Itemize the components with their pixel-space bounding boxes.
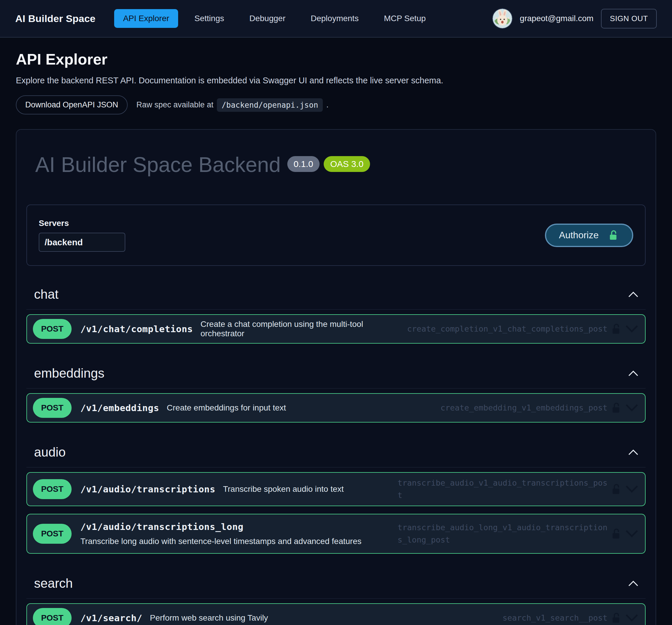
chevron-down-icon[interactable]	[624, 613, 639, 623]
operation-path: /v1/audio/transcriptions_long	[80, 522, 244, 532]
nav-items: API Explorer Settings Debugger Deploymen…	[114, 9, 484, 28]
servers-block: Servers /backend	[39, 219, 125, 252]
brand-logo: AI Builder Space	[15, 13, 95, 24]
raw-spec-text: Raw spec available at /backend/openapi.j…	[137, 98, 329, 112]
operation-summary: Create embeddings for input text	[167, 403, 286, 413]
section-name: embeddings	[34, 366, 104, 381]
operation-path: /v1/search/	[80, 613, 142, 623]
operation-row-audio-transcriptions-long[interactable]: POST /v1/audio/transcriptions_long Trans…	[26, 514, 646, 554]
oas-badge: OAS 3.0	[324, 156, 370, 172]
page-subtitle: Explore the backend REST API. Documentat…	[16, 76, 656, 86]
nav-tab-debugger[interactable]: Debugger	[241, 9, 294, 28]
chevron-down-icon[interactable]	[624, 403, 639, 413]
servers-label: Servers	[39, 219, 125, 228]
chevron-down-icon[interactable]	[624, 484, 639, 494]
user-email: grapeot@gmail.com	[520, 14, 593, 23]
operation-summary: Create a chat completion using the multi…	[200, 319, 407, 338]
operation-id: transcribe_audio_v1_audio_transcriptions…	[398, 477, 607, 502]
operation-id: search_v1_search__post	[502, 612, 607, 624]
section-audio-header[interactable]: audio	[26, 443, 646, 461]
nav-tab-settings[interactable]: Settings	[186, 9, 233, 28]
top-navbar: AI Builder Space API Explorer Settings D…	[0, 0, 672, 38]
chevron-up-icon[interactable]	[627, 290, 639, 298]
nav-tab-api-explorer[interactable]: API Explorer	[114, 9, 178, 28]
section-name: search	[34, 576, 73, 591]
operation-path: /v1/chat/completions	[80, 323, 193, 334]
scheme-container: Servers /backend Authorize	[26, 205, 646, 266]
swagger-ui-panel: AI Builder Space Backend 0.1.0 OAS 3.0 S…	[16, 129, 656, 625]
operation-id: transcribe_audio_long_v1_audio_transcrip…	[398, 522, 607, 546]
section-divider	[26, 309, 646, 310]
operation-path: /v1/audio/transcriptions	[80, 484, 215, 495]
bunny-avatar-image	[493, 9, 512, 28]
section-divider	[26, 467, 646, 467]
spec-row: Download OpenAPI JSON Raw spec available…	[16, 95, 656, 115]
operation-row-embeddings[interactable]: POST /v1/embeddings Create embeddings fo…	[26, 393, 646, 423]
lock-icon[interactable]	[609, 527, 623, 540]
lock-icon[interactable]	[609, 611, 623, 625]
raw-spec-label: Raw spec available at	[137, 100, 214, 110]
operation-summary: Perform web search using Tavily	[150, 613, 268, 623]
page-title: API Explorer	[16, 50, 656, 68]
download-openapi-button[interactable]: Download OpenAPI JSON	[16, 95, 128, 115]
sign-out-button[interactable]: SIGN OUT	[601, 9, 657, 28]
raw-spec-path: /backend/openapi.json	[217, 98, 323, 112]
method-badge: POST	[33, 398, 72, 418]
method-badge: POST	[33, 319, 72, 339]
unlock-icon	[607, 230, 619, 241]
operation-summary: Transcribe spoken audio into text	[223, 484, 344, 494]
api-badges: 0.1.0 OAS 3.0	[287, 156, 370, 172]
chevron-up-icon[interactable]	[627, 369, 639, 377]
operation-row-search[interactable]: POST /v1/search/ Perform web search usin…	[26, 603, 646, 625]
section-name: chat	[34, 287, 58, 302]
avatar	[493, 9, 512, 28]
section-divider	[26, 388, 646, 388]
api-title: AI Builder Space Backend	[35, 153, 281, 176]
section-divider	[26, 598, 646, 599]
section-search-header[interactable]: search	[26, 574, 646, 593]
raw-spec-period: .	[326, 100, 329, 110]
server-select[interactable]: /backend	[39, 233, 125, 252]
method-badge: POST	[33, 479, 72, 499]
section-chat-header[interactable]: chat	[26, 285, 646, 304]
authorize-label: Authorize	[559, 230, 599, 241]
main-content: API Explorer Explore the backend REST AP…	[0, 38, 672, 625]
chevron-down-icon[interactable]	[624, 529, 639, 538]
section-embeddings: embeddings POST /v1/embeddings Create em…	[26, 364, 646, 423]
lock-icon[interactable]	[609, 322, 623, 336]
api-sections: chat POST /v1/chat/completions Create a …	[25, 285, 647, 625]
operation-row-chat-completions[interactable]: POST /v1/chat/completions Create a chat …	[26, 314, 646, 344]
operation-row-audio-transcriptions[interactable]: POST /v1/audio/transcriptions Transcribe…	[26, 472, 646, 506]
navbar-right: grapeot@gmail.com SIGN OUT	[493, 9, 657, 28]
operation-path: /v1/embeddings	[80, 403, 159, 413]
operation-id: create_completion_v1_chat_completions_po…	[407, 323, 607, 335]
operation-summary: Transcribe long audio with sentence-leve…	[80, 537, 362, 546]
nav-tab-mcp-setup[interactable]: MCP Setup	[375, 9, 435, 28]
nav-tab-deployments[interactable]: Deployments	[302, 9, 367, 28]
section-audio: audio POST /v1/audio/transcriptions Tran…	[26, 443, 646, 554]
chevron-up-icon[interactable]	[627, 579, 639, 587]
api-info: AI Builder Space Backend 0.1.0 OAS 3.0	[25, 153, 647, 176]
authorize-button[interactable]: Authorize	[545, 223, 633, 247]
operation-id: create_embedding_v1_embeddings_post	[440, 402, 607, 414]
section-embeddings-header[interactable]: embeddings	[26, 364, 646, 382]
chevron-up-icon[interactable]	[627, 448, 639, 456]
version-badge: 0.1.0	[287, 156, 320, 172]
section-name: audio	[34, 445, 66, 459]
lock-icon[interactable]	[609, 401, 623, 415]
method-badge: POST	[33, 608, 72, 625]
section-search: search POST /v1/search/ Perform web sear…	[26, 574, 646, 625]
lock-icon[interactable]	[609, 482, 623, 496]
chevron-down-icon[interactable]	[624, 324, 639, 334]
method-badge: POST	[33, 524, 72, 544]
section-chat: chat POST /v1/chat/completions Create a …	[26, 285, 646, 344]
